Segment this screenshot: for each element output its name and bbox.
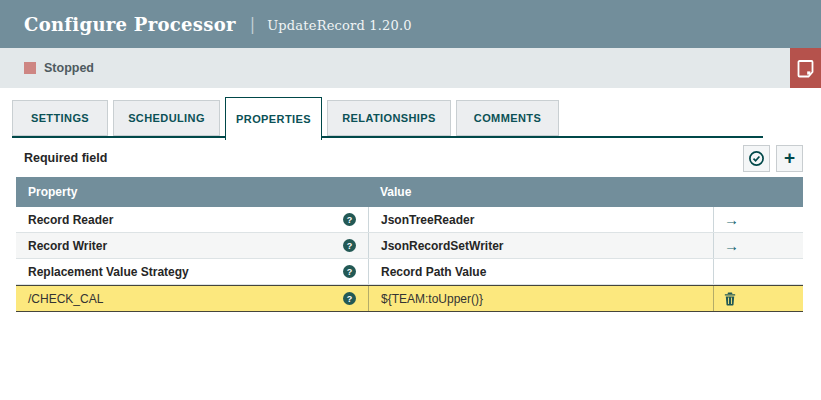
table-row: Replacement Value Strategy ? Record Path… (16, 259, 803, 285)
question-circle-icon: ? (343, 213, 356, 226)
title-divider: | (250, 15, 255, 34)
question-circle-icon: ? (343, 265, 356, 278)
toolbar-buttons: + (743, 145, 803, 172)
check-circle-icon (748, 150, 765, 167)
dialog-header: Configure Processor | UpdateRecord 1.20.… (0, 0, 821, 48)
trash-icon (724, 292, 736, 306)
tab-comments[interactable]: COMMENTS (456, 100, 559, 136)
property-value: ${TEAM:toUpper()} (381, 292, 483, 306)
property-value-cell[interactable]: ${TEAM:toUpper()} (368, 286, 713, 311)
table-row: Record Reader ? JsonTreeReader → (16, 207, 803, 233)
tab-relationships[interactable]: RELATIONSHIPS (327, 100, 451, 136)
property-value-cell[interactable]: JsonRecordSetWriter (368, 233, 713, 258)
tab-properties[interactable]: PROPERTIES (225, 97, 322, 140)
column-header-value: Value (368, 185, 713, 199)
required-field-label: Required field (16, 151, 107, 165)
column-header-property: Property (16, 185, 368, 199)
stopped-state-icon (24, 62, 36, 74)
processor-name-version: UpdateRecord 1.20.0 (267, 16, 412, 33)
table-header-row: Property Value (16, 177, 803, 207)
property-name: Replacement Value Strategy (28, 265, 189, 279)
verify-properties-button[interactable] (743, 145, 770, 172)
bulletin-indicator (790, 48, 821, 88)
properties-table: Property Value Record Reader ? JsonTreeR… (16, 177, 803, 312)
plus-icon: + (784, 148, 795, 167)
property-value: Record Path Value (381, 265, 486, 279)
property-value-cell[interactable]: JsonTreeReader (368, 207, 713, 232)
question-circle-icon: ? (343, 239, 356, 252)
property-value: JsonTreeReader (381, 213, 474, 227)
table-row-highlighted: /CHECK_CAL ? ${TEAM:toUpper()} (16, 285, 803, 312)
properties-toolbar: Required field + (16, 144, 803, 172)
property-name: /CHECK_CAL (28, 292, 103, 306)
table-row: Record Writer ? JsonRecordSetWriter → (16, 233, 803, 259)
status-bar: Stopped (0, 48, 821, 88)
property-name: Record Writer (28, 239, 107, 253)
add-property-button[interactable]: + (776, 145, 803, 172)
question-circle-icon: ? (343, 292, 356, 305)
delete-property-button[interactable] (724, 292, 736, 306)
go-to-service-arrow-icon[interactable]: → (724, 238, 739, 253)
dialog-title: Configure Processor (24, 14, 236, 35)
config-tabs: SETTINGS SCHEDULING PROPERTIES RELATIONS… (12, 97, 763, 138)
tab-settings[interactable]: SETTINGS (12, 100, 108, 136)
go-to-service-arrow-icon[interactable]: → (724, 212, 739, 227)
status-label: Stopped (44, 61, 94, 75)
tab-scheduling[interactable]: SCHEDULING (113, 100, 220, 136)
property-name: Record Reader (28, 213, 113, 227)
property-value: JsonRecordSetWriter (381, 239, 503, 253)
property-value-cell[interactable]: Record Path Value (368, 259, 713, 284)
sticky-note-icon (797, 59, 814, 78)
